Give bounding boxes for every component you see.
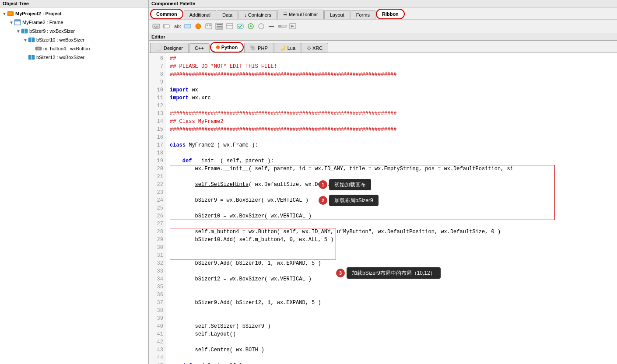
code-line-14: ## Class MyFrame2 — [170, 118, 613, 126]
tree-label-frame: MyFrame2 : Frame — [22, 20, 63, 25]
tree-item-button4[interactable]: OK m_button4 : wxButton — [2, 44, 147, 53]
svg-rect-3 — [14, 20, 21, 21]
ln-24: 24 — [151, 196, 163, 204]
tab-designer-icon: ⬜ — [156, 45, 162, 51]
svg-point-31 — [259, 24, 264, 29]
tab-common[interactable]: Common — [150, 9, 183, 19]
code-line-8: ########################################… — [170, 70, 613, 78]
code-line-22: self.SetSizeHints( wx.DefaultSize, wx.De… — [170, 181, 613, 189]
ln-44: 44 — [151, 354, 163, 362]
tab-php-icon: 🐘 — [250, 45, 256, 51]
annotation-tooltip-2: 加载布局bSizer9 — [329, 195, 379, 206]
palette-icon-8[interactable] — [225, 21, 235, 31]
tab-layout[interactable]: Layout — [324, 10, 350, 19]
svg-rect-23 — [217, 24, 222, 25]
code-line-41: self.Layout() — [170, 330, 613, 338]
ln-13: 13 — [151, 110, 163, 118]
palette-icon-5[interactable] — [193, 21, 203, 31]
tab-designer[interactable]: ⬜ Designer — [150, 43, 189, 52]
code-line-12 — [170, 102, 613, 110]
frame-icon — [14, 19, 21, 26]
code-area[interactable]: 6 7 8 9 10 11 12 13 14 15 16 17 18 19 — [149, 53, 617, 364]
tab-php[interactable]: 🐘 PHP — [244, 43, 273, 52]
ln-27: 27 — [151, 220, 163, 228]
tab-python[interactable]: Python — [210, 42, 244, 52]
code-wrapper: ## ## PLEASE DO *NOT* EDIT THIS FILE! ##… — [166, 53, 617, 364]
svg-text:P: P — [10, 12, 12, 15]
annotation-badge-2: 2 — [319, 196, 327, 205]
ln-40: 40 — [151, 322, 163, 330]
code-line-13: ########################################… — [170, 110, 613, 118]
tab-xrc[interactable]: ◇ XRC — [301, 43, 328, 52]
ln-11: 11 — [151, 94, 163, 102]
expand-icon-bsizer9: ▼ — [16, 28, 21, 34]
code-line-7: ## PLEASE DO *NOT* EDIT THIS FILE! — [170, 63, 613, 70]
tab-data[interactable]: Data — [217, 10, 238, 19]
object-tree-panel: Object Tree ▼ P MyProject2 : Project — [0, 0, 149, 364]
palette-icon-10[interactable] — [246, 21, 256, 31]
code-line-36 — [170, 291, 613, 299]
tab-forms[interactable]: Forms — [351, 10, 375, 19]
palette-icon-13[interactable] — [277, 21, 287, 31]
annotation-badge-3: 3 — [336, 269, 345, 277]
code-line-38 — [170, 307, 613, 315]
ln-10: 10 — [151, 86, 163, 94]
ln-22: 22 — [151, 181, 163, 189]
code-line-9 — [170, 78, 613, 86]
tab-xrc-label: XRC — [312, 46, 323, 51]
main-area: Object Tree ▼ P MyProject2 : Project — [0, 0, 617, 364]
svg-rect-20 — [207, 24, 208, 26]
code-line-24: bSizer9 = wx.BoxSizer( wx.VERTICAL ) 2 加… — [170, 196, 613, 204]
tree-item-bsizer10[interactable]: ▼ bSizer10 : wxBoxSizer — [2, 35, 147, 44]
code-line-26: bSizer10 = wx.BoxSizer( wx.VERTICAL ) — [170, 212, 613, 220]
tab-cpp[interactable]: C++ — [189, 43, 210, 52]
tab-python-label: Python — [221, 45, 238, 50]
tab-lua[interactable]: 🌙 Lua — [274, 43, 301, 52]
palette-icon-4[interactable] — [183, 21, 193, 31]
code-line-16 — [170, 133, 613, 141]
palette-icon-9[interactable] — [235, 21, 245, 31]
palette-icon-14[interactable] — [288, 21, 298, 31]
tree-item-project[interactable]: ▼ P MyProject2 : Project — [2, 9, 147, 18]
code-line-27 — [170, 220, 613, 228]
tree-item-frame[interactable]: ▼ MyFrame2 : Frame — [2, 18, 147, 27]
palette-icon-3[interactable]: abc — [172, 21, 182, 31]
tab-menutoolbar[interactable]: ☰ Menu/Toolbar — [277, 10, 324, 19]
code-line-25 — [170, 204, 613, 212]
code-line-35 — [170, 283, 613, 291]
palette-icon-12[interactable]: ━━ — [267, 21, 277, 31]
ln-20: 20 — [151, 165, 163, 173]
right-panel: Component Palette Common Additional Data… — [149, 0, 617, 364]
tree-item-bsizer12[interactable]: bSizer12 : wxBoxSizer — [2, 53, 147, 62]
code-line-20: wx.Frame.__init__( self, parent, id = wx… — [170, 165, 613, 173]
palette-icon-11[interactable] — [256, 21, 266, 31]
ln-6: 6 — [151, 55, 163, 63]
code-line-37: bSizer9.Add( bSizer12, 1, wx.EXPAND, 5 ) — [170, 299, 613, 307]
palette-icon-7[interactable] — [214, 21, 224, 31]
tab-xrc-icon: ◇ — [307, 45, 311, 51]
ln-43: 43 — [151, 346, 163, 354]
tab-php-label: PHP — [258, 46, 268, 51]
ln-25: 25 — [151, 204, 163, 212]
tree-item-bsizer9[interactable]: ▼ bSizer9 : wxBoxSizer — [2, 27, 147, 35]
code-line-11: import wx.xrc — [170, 94, 613, 102]
annotation-tooltip-1: 初始加载画布 — [329, 179, 371, 190]
palette-icon-6[interactable] — [204, 21, 214, 31]
tab-ribbon[interactable]: Ribbon — [376, 9, 405, 19]
code-line-15: ########################################… — [170, 126, 613, 133]
code-line-31 — [170, 252, 613, 259]
code-line-42 — [170, 338, 613, 346]
tab-containers[interactable]: ↓ Containers — [238, 10, 277, 19]
palette-icon-1[interactable]: OK — [151, 21, 161, 31]
ln-26: 26 — [151, 212, 163, 220]
svg-marker-36 — [291, 25, 294, 28]
palette-icon-2[interactable] — [162, 21, 172, 31]
code-line-32: bSizer9.Add( bSizer10, 1, wx.EXPAND, 5 )… — [170, 259, 613, 267]
ln-14: 14 — [151, 118, 163, 126]
component-palette: Component Palette Common Additional Data… — [149, 0, 617, 33]
ln-39: 39 — [151, 315, 163, 322]
ln-7: 7 — [151, 63, 163, 70]
ln-18: 18 — [151, 149, 163, 157]
tab-additional[interactable]: Additional — [184, 10, 216, 19]
ln-37: 37 — [151, 299, 163, 307]
